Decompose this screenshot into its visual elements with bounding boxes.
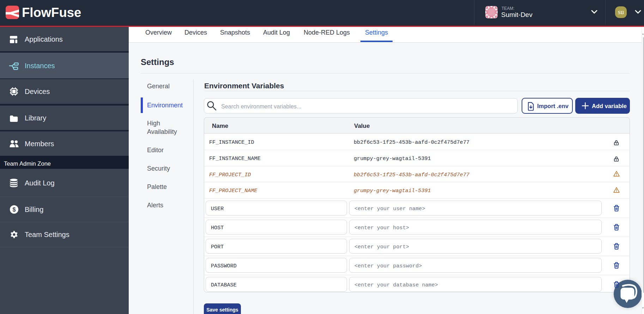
- svg-text:$: $: [13, 207, 16, 213]
